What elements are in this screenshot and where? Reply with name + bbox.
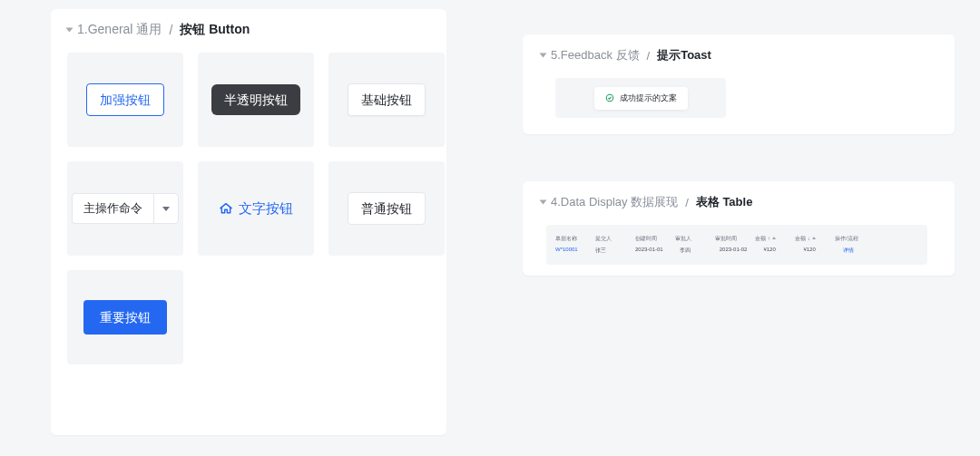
- breadcrumb-current: 按钮 Button: [180, 22, 250, 38]
- panel-title-feedback[interactable]: 5.Feedback 反馈 / 提示Toast: [541, 47, 936, 63]
- table-header: 审批时间: [715, 235, 739, 243]
- toast-text: 成功提示的文案: [620, 92, 677, 104]
- split-button-label: 主操作命令: [72, 193, 153, 224]
- default-button[interactable]: 普通按钮: [348, 192, 426, 225]
- collapse-triangle-icon: [66, 28, 74, 33]
- table-cell: W*10001: [555, 247, 579, 255]
- split-button-caret[interactable]: [153, 193, 179, 224]
- text-icon-button-label: 文字按钮: [239, 200, 293, 218]
- breadcrumb-separator: /: [685, 196, 689, 209]
- table-header-row: 单据名称 提交人 创建时间 审批人 审批时间 金额 ↑ 金额 ↓ 操作/流程: [555, 235, 918, 243]
- success-toast: 成功提示的文案: [594, 87, 688, 110]
- table-header-sort: 金额 ↓: [795, 235, 818, 243]
- table-header: 审批人: [675, 235, 699, 243]
- panel-feedback-toast: 5.Feedback 反馈 / 提示Toast 成功提示的文案: [523, 34, 955, 134]
- panel-title-general[interactable]: 1.General 通用 / 按钮 Button: [67, 22, 430, 38]
- table-cell: 2023-01-01: [635, 247, 663, 255]
- table-row: W*10001 张三 2023-01-01 李四 2023-01-02 ¥120…: [555, 247, 918, 255]
- collapse-triangle-icon: [540, 53, 547, 58]
- chevron-down-icon: [162, 207, 170, 211]
- breadcrumb-category: 4.Data Display 数据展现: [551, 194, 678, 210]
- toast-preview-cell: 成功提示的文案: [555, 78, 726, 118]
- table-header-sort: 金额 ↑: [755, 235, 779, 243]
- table-cell: 详情: [843, 247, 867, 255]
- table-header: 提交人: [595, 235, 619, 243]
- breadcrumb-category: 5.Feedback 反馈: [551, 47, 640, 63]
- panel-title-datadisplay[interactable]: 4.Data Display 数据展现 / 表格 Table: [541, 194, 936, 210]
- split-button[interactable]: 主操作命令: [72, 193, 179, 224]
- table-header: 创建时间: [635, 235, 659, 243]
- cell-primary: 重要按钮: [67, 270, 183, 364]
- cell-texticon: 文字按钮: [198, 161, 314, 256]
- breadcrumb-separator: /: [169, 23, 172, 37]
- cell-semi: 半透明按钮: [198, 53, 314, 147]
- collapse-triangle-icon: [540, 200, 547, 205]
- cell-split: 主操作命令: [67, 161, 183, 256]
- panel-general-buttons: 1.General 通用 / 按钮 Button 加强按钮 半透明按钮 基础按钮…: [51, 9, 446, 435]
- panel-data-display-table: 4.Data Display 数据展现 / 表格 Table 单据名称 提交人 …: [523, 181, 955, 276]
- check-circle-icon: [605, 93, 614, 102]
- primary-button[interactable]: 重要按钮: [83, 300, 167, 335]
- table-cell: 张三: [595, 247, 619, 255]
- breadcrumb-current: 表格 Table: [696, 194, 753, 210]
- home-icon: [219, 201, 233, 216]
- breadcrumb-current: 提示Toast: [657, 47, 711, 63]
- table-cell: 李四: [680, 247, 703, 255]
- semitransparent-button[interactable]: 半透明按钮: [211, 84, 300, 115]
- table-header: 操作/流程: [835, 235, 858, 243]
- basic-button[interactable]: 基础按钮: [348, 83, 426, 116]
- table-cell: 2023-01-02: [720, 247, 748, 255]
- table-cell: ¥120: [763, 247, 787, 255]
- button-variants-grid: 加强按钮 半透明按钮 基础按钮 主操作命令 文字按钮: [67, 53, 430, 364]
- cell-default: 普通按钮: [328, 161, 445, 256]
- table-thumbnail[interactable]: 单据名称 提交人 创建时间 审批人 审批时间 金额 ↑ 金额 ↓ 操作/流程 W…: [546, 225, 927, 265]
- cell-enhanced: 加强按钮: [67, 53, 183, 147]
- cell-basic: 基础按钮: [328, 53, 445, 147]
- text-icon-button[interactable]: 文字按钮: [219, 200, 293, 218]
- enhanced-button[interactable]: 加强按钮: [86, 83, 164, 116]
- breadcrumb-category: 1.General 通用: [77, 22, 162, 38]
- table-cell: ¥120: [803, 247, 827, 255]
- breadcrumb-separator: /: [647, 49, 651, 63]
- table-header: 单据名称: [555, 235, 579, 243]
